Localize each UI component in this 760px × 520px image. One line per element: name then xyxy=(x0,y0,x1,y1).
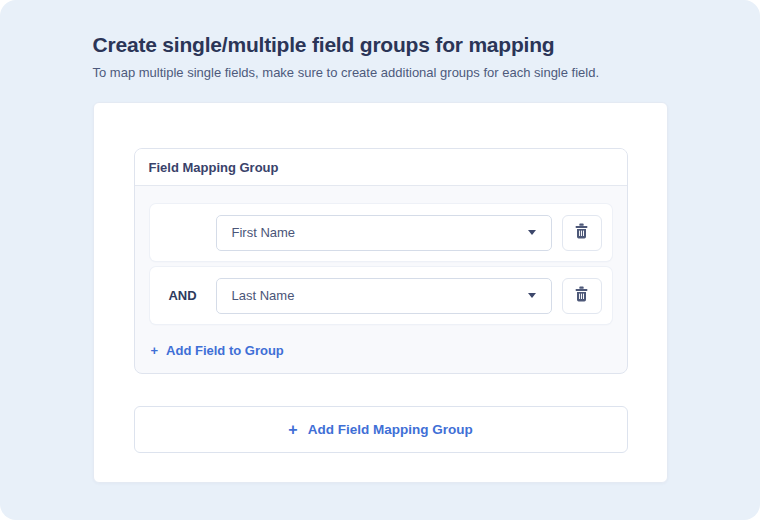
add-field-mapping-group-label: Add Field Mapping Group xyxy=(308,422,473,437)
field-select-first-name[interactable]: First Name xyxy=(216,215,552,251)
page-subtitle: To map multiple single fields, make sure… xyxy=(93,65,668,80)
add-field-to-group-link[interactable]: + Add Field to Group xyxy=(150,343,284,358)
delete-field-button[interactable] xyxy=(562,278,602,314)
page-background: Create single/multiple field groups for … xyxy=(0,0,760,520)
group-body: First Name xyxy=(135,186,627,373)
page-title: Create single/multiple field groups for … xyxy=(93,33,668,57)
mapping-card: Field Mapping Group First Name xyxy=(93,102,668,483)
field-select-value: Last Name xyxy=(232,288,295,303)
chevron-down-icon xyxy=(528,293,536,298)
plus-icon: + xyxy=(288,421,297,439)
add-field-to-group-label: Add Field to Group xyxy=(166,343,284,358)
trash-icon xyxy=(574,286,589,305)
field-select-value: First Name xyxy=(232,225,296,240)
group-header: Field Mapping Group xyxy=(135,149,627,186)
field-row: First Name xyxy=(150,204,612,261)
chevron-down-icon xyxy=(528,230,536,235)
add-field-mapping-group-button[interactable]: + Add Field Mapping Group xyxy=(134,406,628,453)
field-select-last-name[interactable]: Last Name xyxy=(216,278,552,314)
field-row: AND Last Name xyxy=(150,267,612,324)
plus-icon: + xyxy=(151,343,159,358)
delete-field-button[interactable] xyxy=(562,215,602,251)
trash-icon xyxy=(574,223,589,242)
operator-label: AND xyxy=(150,288,216,303)
field-mapping-group: Field Mapping Group First Name xyxy=(134,148,628,374)
